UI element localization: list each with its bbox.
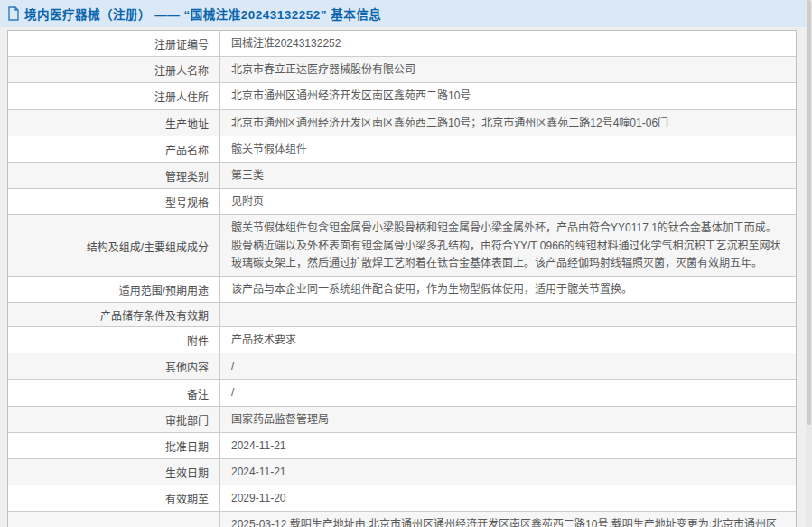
field-label: 批准日期 [8,433,220,458]
row-intended-use: 适用范围/预期用途 该产品与本企业同一系统组件配合使用，作为生物型假体使用，适用… [8,277,796,303]
field-label: 有效期至 [8,485,220,511]
field-value: 北京市通州区通州经济开发区南区鑫苑西二路10号 [220,83,796,108]
field-value: 髋关节假体组件包含钽金属骨小梁股骨柄和钽金属骨小梁金属外杯，产品由符合YY011… [220,215,796,276]
row-management-class: 管理类别 第三类 [8,163,796,189]
field-label: 附件 [8,327,220,353]
vertical-scrollbar[interactable] [806,0,812,527]
field-value: 产品技术要求 [220,327,796,353]
row-attachment: 附件 产品技术要求 [8,327,796,353]
registration-info-table: 注册证编号 国械注准20243132252 注册人名称 北京市春立正达医疗器械股… [7,30,797,527]
field-label: 注册证编号 [8,31,220,56]
field-label: 生效日期 [8,459,220,485]
field-value: 北京市通州区通州经济开发区南区鑫苑西二路10号；北京市通州区鑫苑二路12号4幢0… [220,110,796,136]
row-registrant-address: 注册人住所 北京市通州区通州经济开发区南区鑫苑西二路10号 [8,83,796,109]
field-value: 该产品与本企业同一系统组件配合使用，作为生物型假体使用，适用于髋关节置换。 [220,277,796,302]
page-title: 境内医疗器械（注册） —— “国械注准20243132252” 基本信息 [24,5,381,23]
field-label: 注册人住所 [8,83,220,108]
row-expiry-date: 有效期至 2029-11-20 [8,485,796,512]
row-change-info: 变更情况 2025-03-12 载明生产地址由:北京市通州区通州经济开发区南区鑫… [8,512,796,527]
field-label: 生产地址 [8,110,220,136]
field-label: 变更情况 [8,512,220,527]
row-product-name: 产品名称 髋关节假体组件 [8,136,796,163]
field-label: 型号规格 [8,189,220,214]
field-label: 审批部门 [8,407,220,432]
field-label: 适用范围/预期用途 [8,277,220,302]
field-label: 产品名称 [8,136,220,162]
field-value: 2024-11-21 [220,459,796,485]
field-label: 结构及组成/主要组成成分 [8,215,220,276]
row-other-content: 其他内容 / [8,353,796,380]
field-label: 产品储存条件及有效期 [8,303,220,326]
field-value: / [220,380,796,405]
row-approval-date: 批准日期 2024-11-21 [8,433,796,459]
field-label: 备注 [8,380,220,405]
field-value: 髋关节假体组件 [220,136,796,162]
field-value: 国家药品监督管理局 [220,407,796,432]
field-value: 国械注准20243132252 [220,31,796,56]
scrollbar-thumb[interactable] [807,0,811,425]
page-header: 境内医疗器械（注册） —— “国械注准20243132252” 基本信息 [0,0,812,27]
document-icon [7,6,20,21]
field-value: 北京市春立正达医疗器械股份有限公司 [220,57,796,82]
row-remarks: 备注 / [8,380,796,406]
row-structure-composition: 结构及组成/主要组成成分 髋关节假体组件包含钽金属骨小梁股骨柄和钽金属骨小梁金属… [8,215,796,277]
field-value: 2029-11-20 [220,485,796,511]
field-label: 注册人名称 [8,57,220,82]
row-model-spec: 型号规格 见附页 [8,189,796,215]
row-registrant-name: 注册人名称 北京市春立正达医疗器械股份有限公司 [8,57,796,83]
field-label: 其他内容 [8,353,220,379]
field-value [220,303,796,326]
row-effective-date: 生效日期 2024-11-21 [8,459,796,485]
row-production-address: 生产地址 北京市通州区通州经济开发区南区鑫苑西二路10号；北京市通州区鑫苑二路1… [8,110,796,136]
field-value: 2025-03-12 载明生产地址由:北京市通州区通州经济开发区南区鑫苑西二路1… [220,512,796,527]
field-value: 2024-11-21 [220,433,796,458]
row-storage-validity: 产品储存条件及有效期 [8,303,796,327]
field-label: 管理类别 [8,163,220,188]
field-value: / [220,353,796,379]
field-value: 第三类 [220,163,796,188]
row-cert-number: 注册证编号 国械注准20243132252 [8,31,796,57]
row-approval-department: 审批部门 国家药品监督管理局 [8,407,796,433]
field-value: 见附页 [220,189,796,214]
